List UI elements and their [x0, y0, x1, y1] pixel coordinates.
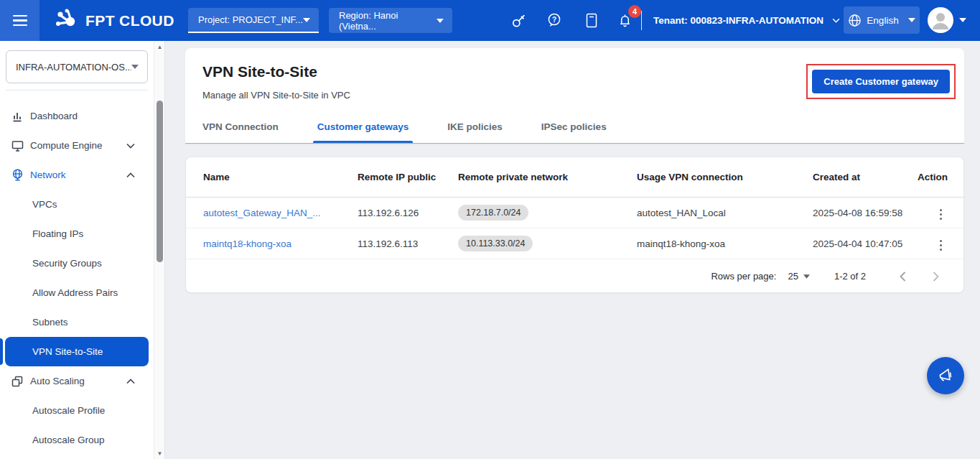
- row-actions-menu-icon[interactable]: [934, 237, 948, 254]
- tab-bar: VPN Connection Customer gateways IKE pol…: [202, 110, 607, 143]
- table-pagination: Rows per page: 25 1-2 of 2: [186, 259, 963, 293]
- tab-ike-policies[interactable]: IKE policies: [447, 121, 503, 143]
- project-selector-label: Project: PROJECT_INF...: [198, 14, 303, 25]
- layers-icon: [10, 374, 24, 389]
- region-selector[interactable]: Region: Hanoi (Vietna...: [329, 8, 452, 33]
- brand-logo: FPT CLOUD: [53, 0, 174, 41]
- column-header-action: Action: [918, 172, 948, 182]
- sidebar-item-network[interactable]: Network: [0, 160, 154, 190]
- brand-name: FPT CLOUD: [85, 12, 174, 29]
- usage-vpn-value: mainqt18-khong-xoa: [637, 238, 813, 249]
- tab-customer-gateways[interactable]: Customer gateways: [317, 121, 409, 143]
- next-page-button[interactable]: [925, 266, 946, 287]
- chevron-down-icon: [908, 18, 915, 22]
- sidebar-item-vpn-site-to-site[interactable]: VPN Site-to-Site: [5, 337, 149, 366]
- sidebar-item-vpcs[interactable]: VPCs: [0, 190, 154, 219]
- user-account-menu[interactable]: [928, 7, 966, 33]
- row-actions-menu-icon[interactable]: [934, 206, 948, 223]
- sidebar: INFRA-AUTOMATION-OS... Dashboard Compute…: [0, 41, 165, 459]
- chevron-down-icon: [803, 274, 810, 279]
- remote-network-chip: 10.113.33.0/24: [458, 236, 533, 251]
- sidebar-scrollbar[interactable]: ▲ ▼: [154, 41, 164, 459]
- chevron-up-icon: [126, 172, 135, 178]
- chevron-left-icon: [900, 272, 906, 282]
- sidebar-menu: Dashboard Compute Engine Network VPCs Fl…: [0, 101, 154, 455]
- customer-gateways-table-card: Name Remote IP public Remote private net…: [185, 157, 964, 293]
- usage-vpn-value: autotest_HAN_Local: [637, 208, 813, 218]
- monitor-icon: [10, 139, 24, 153]
- pagination-range: 1-2 of 2: [834, 271, 866, 282]
- globe-icon: [848, 14, 862, 27]
- svg-text:?: ?: [552, 16, 556, 24]
- sidebar-item-security-groups[interactable]: Security Groups: [0, 249, 154, 278]
- column-header-created-at: Created at: [813, 172, 918, 182]
- bar-chart-icon: [10, 109, 24, 124]
- rows-per-page-select[interactable]: 25: [788, 271, 809, 282]
- scroll-up-arrow-icon[interactable]: ▲: [154, 41, 165, 52]
- column-header-remote-network: Remote private network: [458, 172, 637, 182]
- sidebar-item-auto-scaling[interactable]: Auto Scaling: [0, 366, 154, 396]
- support-chat-icon[interactable]: ?: [544, 10, 564, 30]
- tenant-selector[interactable]: Tenant: 000823-INFRA-AUTOMATION: [653, 0, 840, 41]
- sidebar-item-compute-engine[interactable]: Compute Engine: [0, 131, 154, 160]
- column-header-remote-ip: Remote IP public: [358, 172, 458, 182]
- rows-per-page-label: Rows per page:: [711, 271, 776, 282]
- page-title: VPN Site-to-Site: [202, 63, 317, 80]
- chevron-down-icon: [832, 18, 840, 23]
- notifications-button[interactable]: 4: [615, 10, 635, 30]
- create-customer-gateway-button[interactable]: Create Customer gateway: [812, 70, 950, 93]
- sidebar-item-allow-address-pairs[interactable]: Allow Address Pairs: [0, 278, 154, 307]
- page-subtitle: Manage all VPN Site-to-Site in VPC: [202, 90, 350, 101]
- workspace-selector-label: INFRA-AUTOMATION-OS...: [16, 62, 131, 73]
- top-header-bar: FPT CLOUD Project: PROJECT_INF... Region…: [0, 0, 980, 41]
- scroll-down-arrow-icon[interactable]: ▼: [154, 448, 165, 459]
- chevron-up-icon: [126, 379, 135, 384]
- chevron-down-icon: [126, 143, 135, 149]
- header-divider: [641, 11, 642, 30]
- chevron-down-icon: [303, 18, 310, 22]
- documentation-icon[interactable]: [582, 10, 602, 30]
- scrollbar-thumb[interactable]: [157, 101, 163, 262]
- avatar: [928, 7, 953, 33]
- gateway-name-link[interactable]: maintq18-khong-xoa: [203, 238, 358, 249]
- sidebar-item-autoscale-profile[interactable]: Autoscale Profile: [0, 396, 154, 425]
- project-selector[interactable]: Project: PROJECT_INF...: [188, 8, 319, 33]
- remote-network-chip: 172.18.7.0/24: [458, 205, 528, 221]
- workspace-selector[interactable]: INFRA-AUTOMATION-OS...: [6, 50, 148, 83]
- chevron-down-icon: [131, 65, 139, 69]
- network-globe-icon: [10, 168, 24, 182]
- sidebar-divider: [6, 90, 148, 91]
- table-header-row: Name Remote IP public Remote private net…: [186, 157, 963, 198]
- tab-vpn-connection[interactable]: VPN Connection: [202, 121, 279, 143]
- sidebar-item-dashboard[interactable]: Dashboard: [0, 101, 154, 131]
- sidebar-item-floating-ips[interactable]: Floating IPs: [0, 219, 154, 249]
- column-header-usage: Usage VPN connection: [637, 172, 813, 182]
- column-header-name: Name: [203, 172, 358, 182]
- tab-ipsec-policies[interactable]: IPSec policies: [541, 121, 607, 143]
- rows-per-page-value: 25: [788, 271, 798, 282]
- sidebar-item-subnets[interactable]: Subnets: [0, 307, 154, 337]
- remote-ip-value: 113.192.6.126: [358, 208, 458, 218]
- table-row: maintq18-khong-xoa 113.192.6.113 10.113.…: [186, 228, 963, 259]
- gateway-name-link[interactable]: autotest_Gateway_HAN_...: [203, 208, 358, 218]
- previous-page-button[interactable]: [892, 266, 913, 287]
- active-item-accent: [0, 338, 3, 365]
- chevron-down-icon: [959, 18, 966, 22]
- hamburger-menu-button[interactable]: [0, 0, 39, 41]
- created-at-value: 2025-04-04 10:47:05: [813, 238, 918, 249]
- notification-count-badge: 4: [628, 5, 641, 18]
- sidebar-item-autoscale-group[interactable]: Autoscale Group: [0, 425, 154, 455]
- megaphone-icon: [936, 366, 955, 385]
- language-selector[interactable]: English: [844, 6, 920, 34]
- page-header-panel: VPN Site-to-Site Manage all VPN Site-to-…: [185, 48, 964, 144]
- tenant-label: Tenant: 000823-INFRA-AUTOMATION: [653, 15, 823, 26]
- remote-ip-value: 113.192.6.113: [358, 238, 458, 249]
- language-label: English: [867, 15, 898, 26]
- created-at-value: 2025-04-08 16:59:58: [813, 208, 918, 218]
- api-key-icon[interactable]: [508, 10, 528, 30]
- fpt-cloud-logo-icon: [53, 7, 79, 34]
- region-selector-label: Region: Hanoi (Vietna...: [339, 10, 437, 32]
- chevron-down-icon: [437, 19, 444, 23]
- feedback-announcement-button[interactable]: [927, 357, 964, 394]
- table-row: autotest_Gateway_HAN_... 113.192.6.126 1…: [186, 198, 963, 228]
